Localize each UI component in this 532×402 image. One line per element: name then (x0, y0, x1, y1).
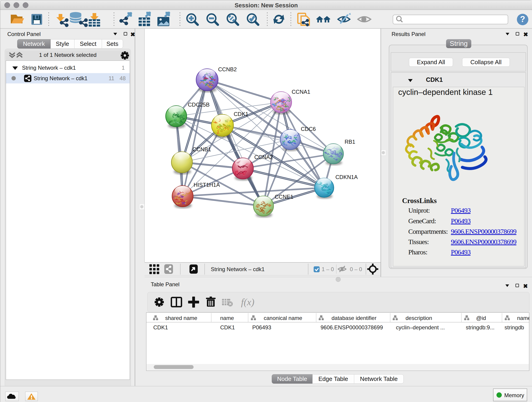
svg-text:HIST1H1A: HIST1H1A (194, 182, 220, 188)
svg-text:CCNA1: CCNA1 (292, 89, 310, 95)
svg-text:f(x): f(x) (241, 297, 254, 307)
svg-text:@id: @id (476, 315, 486, 321)
svg-text:CCNA2: CCNA2 (254, 154, 273, 160)
svg-text:namespac: namespac (517, 315, 530, 321)
svg-text:CCNE1: CCNE1 (275, 194, 293, 200)
svg-text:1 – 0: 1 – 0 (322, 266, 334, 272)
svg-text:CDC6: CDC6 (301, 126, 316, 132)
svg-text:String Network – cdk1: String Network – cdk1 (211, 266, 265, 272)
svg-text:0 – 0: 0 – 0 (350, 266, 362, 272)
svg-text:name: name (220, 315, 234, 321)
svg-text:database identifier: database identifier (331, 315, 376, 321)
svg-text:RB1: RB1 (345, 139, 355, 145)
svg-text:CDK1: CDK1 (234, 111, 248, 117)
svg-text:canonical name: canonical name (264, 315, 302, 321)
svg-text:CCNB1: CCNB1 (192, 146, 211, 153)
svg-text:CCNB2: CCNB2 (218, 66, 237, 72)
svg-text:shared name: shared name (165, 315, 197, 321)
svg-text:description: description (405, 315, 432, 321)
svg-text:CDC25B: CDC25B (188, 102, 210, 108)
svg-text:CDKN1A: CDKN1A (336, 174, 358, 180)
